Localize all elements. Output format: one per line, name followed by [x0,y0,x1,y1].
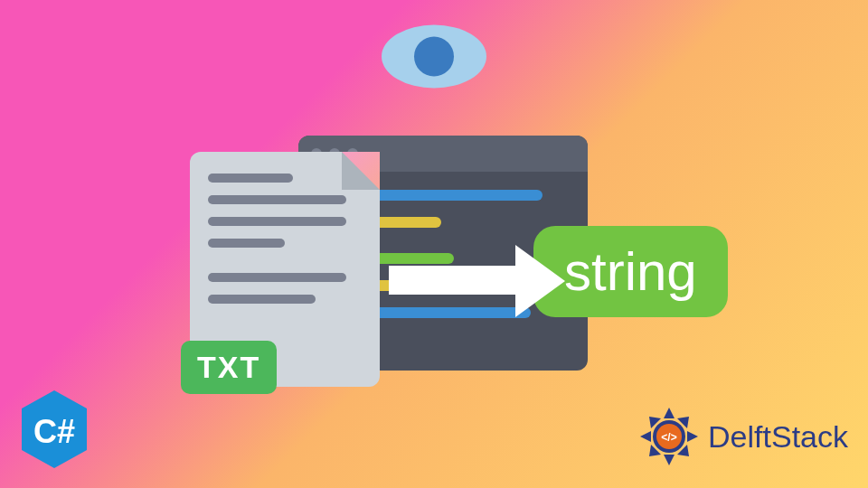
delftstack-emblem-icon: </> [637,405,701,468]
doc-line [208,239,285,248]
doc-line [208,174,293,183]
doc-line [208,217,346,226]
svg-marker-7 [664,455,675,465]
delftstack-text: DelftStack [708,419,848,455]
main-illustration: TXT string [163,136,705,425]
svg-marker-9 [640,431,651,442]
delftstack-logo: </> DelftStack [637,405,848,468]
txt-badge: TXT [181,341,277,394]
arrow-icon [389,253,570,307]
svg-point-1 [414,37,454,77]
doc-line [208,195,346,204]
doc-fold-icon [342,152,380,190]
doc-line [208,295,316,304]
csharp-badge: C# [18,389,90,470]
doc-line [208,273,346,282]
csharp-text: C# [33,413,75,450]
svg-marker-3 [664,408,675,418]
svg-marker-5 [687,431,698,442]
document-file: TXT [190,152,380,387]
svg-text:</>: </> [661,431,676,444]
eye-icon [380,23,488,90]
